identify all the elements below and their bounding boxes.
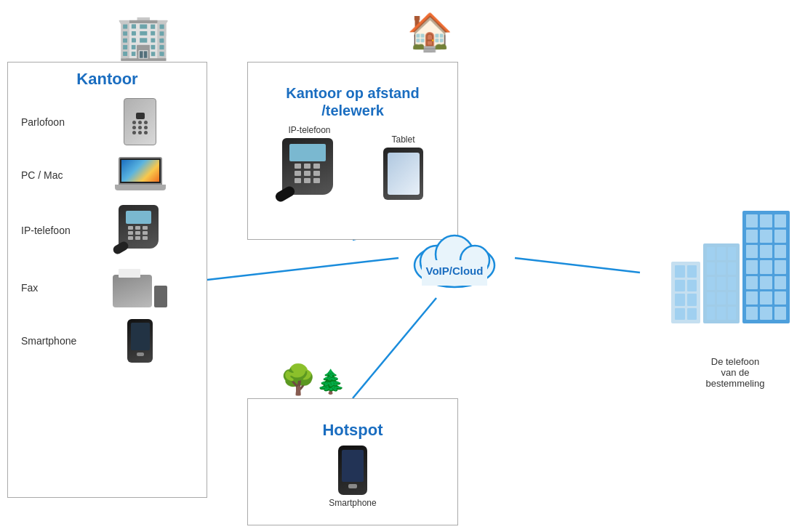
- remote-box: Kantoor op afstand/telewerk IP-telefoon …: [247, 62, 458, 240]
- remote-tablet-label: Tablet: [391, 134, 414, 145]
- remote-tablet-icon: [383, 148, 423, 200]
- svg-line-2: [353, 298, 436, 398]
- iptelefoon-label: IP-telefoon: [21, 225, 79, 236]
- remote-iptelefoon-icon: [282, 138, 337, 200]
- hotspot-smartphone: Smartphone: [329, 446, 376, 508]
- remote-iptelefoon: IP-telefoon: [282, 125, 337, 200]
- hotspot-smartphone-label: Smartphone: [329, 498, 376, 508]
- kantoor-item-iptelefoon: IP-telefoon: [8, 199, 207, 262]
- hotspot-smartphone-icon: [338, 446, 367, 495]
- hotspot-box: Hotspot Smartphone: [247, 398, 458, 525]
- cloud-container: VoIP/Cloud: [396, 214, 513, 302]
- pcmac-label: PC / Mac: [21, 169, 79, 181]
- remote-house-icon: 🏠: [407, 7, 452, 54]
- kantoor-item-parlofoon: Parlofoon: [8, 92, 207, 151]
- iptelefoon-icon: [87, 205, 193, 256]
- remote-iptelefoon-label: IP-telefoon: [288, 125, 330, 135]
- remote-items-row: IP-telefoon Tablet: [248, 119, 457, 203]
- dest-label-line1: De telefoon: [711, 356, 760, 367]
- dest-label-line2: van de bestemmeling: [706, 367, 765, 389]
- dest-buildings: [671, 211, 790, 323]
- hotspot-trees-icon: 🌳🌲: [280, 360, 345, 398]
- parlofoon-label: Parlofoon: [21, 116, 79, 128]
- hotspot-items-row: Smartphone: [248, 440, 457, 512]
- smartphone-icon: [87, 319, 193, 363]
- kantoor-item-smartphone: Smartphone: [8, 313, 207, 368]
- svg-line-3: [515, 258, 640, 273]
- svg-text:VoIP/Cloud: VoIP/Cloud: [426, 265, 484, 277]
- building-back: [671, 262, 700, 323]
- kantoor-title: Kantoor: [8, 70, 207, 89]
- remote-tablet: Tablet: [383, 134, 423, 200]
- parlofoon-icon: [87, 98, 193, 145]
- building-side: [703, 243, 740, 323]
- pcmac-icon: [87, 157, 193, 193]
- destination-label: De telefoon van de bestemmeling: [692, 356, 779, 389]
- kantoor-box: Kantoor Parlofoon PC / Mac IP-telef: [7, 62, 207, 498]
- fax-label: Fax: [21, 282, 79, 294]
- kantoor-building-icon: 🏢: [116, 11, 171, 63]
- building-main: [742, 211, 790, 323]
- fax-icon: [87, 267, 193, 307]
- kantoor-item-pcmac: PC / Mac: [8, 151, 207, 199]
- smartphone-label: Smartphone: [21, 335, 79, 347]
- kantoor-item-fax: Fax: [8, 262, 207, 313]
- cloud-svg: VoIP/Cloud: [396, 218, 513, 298]
- hotspot-title: Hotspot: [248, 421, 457, 440]
- svg-line-0: [207, 258, 398, 280]
- remote-title: Kantoor op afstand/telewerk: [248, 84, 457, 119]
